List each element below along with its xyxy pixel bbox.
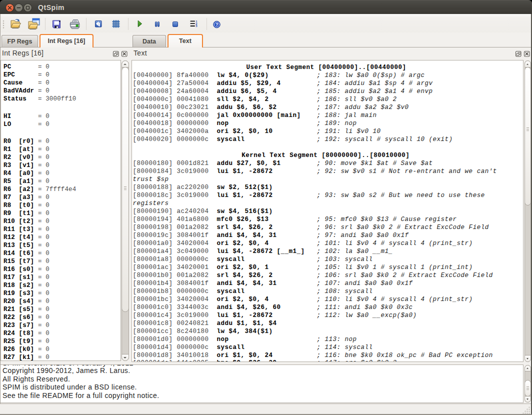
svg-text:?: ?	[216, 22, 218, 27]
svg-text:3: 3	[196, 24, 198, 28]
